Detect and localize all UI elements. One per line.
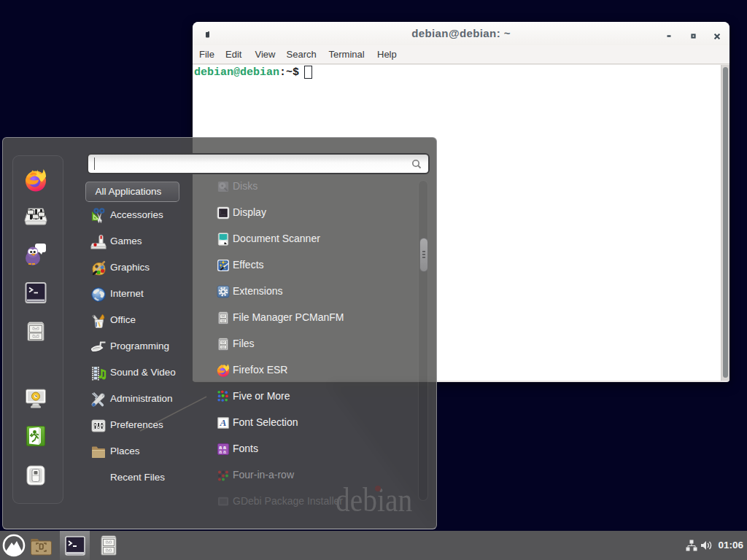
- svg-text:a a: a a: [219, 449, 226, 455]
